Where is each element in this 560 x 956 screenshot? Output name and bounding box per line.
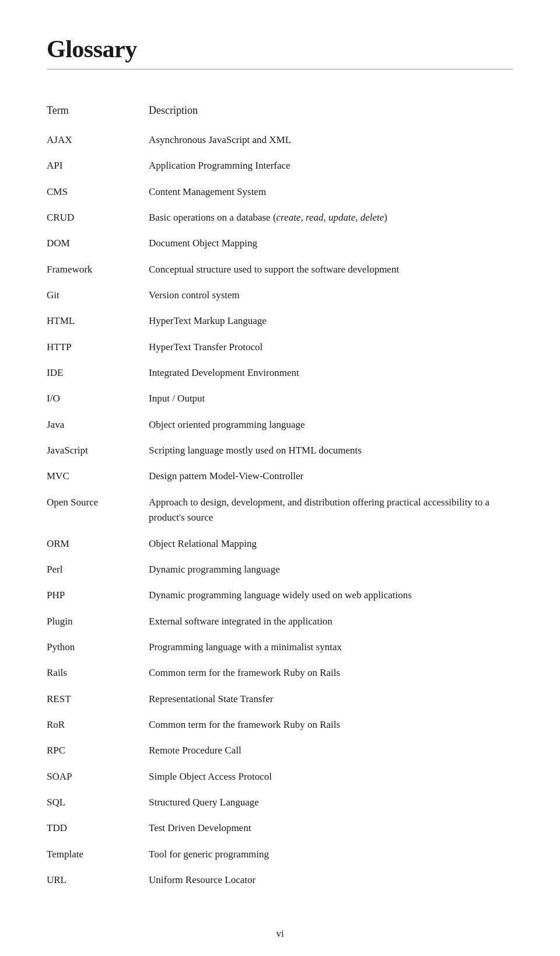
- table-row: PluginExternal software integrated in th…: [47, 609, 513, 634]
- glossary-table: Term Description AJAXAsynchronous JavaSc…: [47, 99, 513, 893]
- table-row: ORMObject Relational Mapping: [47, 531, 513, 557]
- table-row: MVCDesign pattern Model-View-Controller: [47, 463, 513, 489]
- term-cell: I/O: [47, 386, 149, 411]
- description-cell: Object oriented programming language: [149, 412, 513, 438]
- page-title: Glossary: [47, 35, 513, 63]
- column-header-term: Term: [47, 99, 149, 127]
- term-cell: TDD: [47, 815, 149, 841]
- term-cell: HTML: [47, 308, 149, 334]
- table-row: TemplateTool for generic programming: [47, 842, 513, 867]
- description-cell: Basic operations on a database (create, …: [149, 205, 513, 231]
- table-row: IDEIntegrated Development Environment: [47, 360, 513, 386]
- term-cell: JavaScript: [47, 438, 149, 463]
- description-cell: Test Driven Development: [149, 815, 513, 841]
- description-cell: Document Object Mapping: [149, 231, 513, 256]
- description-cell: HyperText Transfer Protocol: [149, 334, 513, 360]
- term-cell: ORM: [47, 531, 149, 557]
- description-cell: Common term for the framework Ruby on Ra…: [149, 660, 513, 686]
- description-cell: Asynchronous JavaScript and XML: [149, 127, 513, 153]
- description-cell: Uniform Resource Locator: [149, 867, 513, 893]
- table-row: JavaScriptScripting language mostly used…: [47, 438, 513, 463]
- table-row: Open SourceApproach to design, developme…: [47, 490, 513, 531]
- term-cell: REST: [47, 686, 149, 712]
- term-cell: Open Source: [47, 490, 149, 531]
- table-row: PerlDynamic programming language: [47, 557, 513, 582]
- table-row: AJAXAsynchronous JavaScript and XML: [47, 127, 513, 153]
- table-row: RailsCommon term for the framework Ruby …: [47, 660, 513, 686]
- term-cell: Framework: [47, 257, 149, 282]
- term-cell: Python: [47, 634, 149, 660]
- table-row: SQLStructured Query Language: [47, 790, 513, 815]
- description-cell: External software integrated in the appl…: [149, 609, 513, 634]
- description-cell: Conceptual structure used to support the…: [149, 257, 513, 282]
- description-cell: Representational State Transfer: [149, 686, 513, 712]
- description-cell: Simple Object Access Protocol: [149, 764, 513, 790]
- term-cell: Rails: [47, 660, 149, 686]
- term-cell: PHP: [47, 582, 149, 608]
- description-cell: Application Programming Interface: [149, 153, 513, 179]
- term-cell: URL: [47, 867, 149, 893]
- table-row: I/OInput / Output: [47, 386, 513, 411]
- column-header-description: Description: [149, 99, 513, 127]
- table-row: PHPDynamic programming language widely u…: [47, 582, 513, 608]
- description-cell: Input / Output: [149, 386, 513, 411]
- term-cell: Template: [47, 842, 149, 867]
- table-row: GitVersion control system: [47, 282, 513, 308]
- term-cell: IDE: [47, 360, 149, 386]
- description-cell: Integrated Development Environment: [149, 360, 513, 386]
- table-row: RoRCommon term for the framework Ruby on…: [47, 712, 513, 738]
- table-row: JavaObject oriented programming language: [47, 412, 513, 438]
- table-row: SOAPSimple Object Access Protocol: [47, 764, 513, 790]
- description-cell: Approach to design, development, and dis…: [149, 490, 513, 531]
- term-cell: Plugin: [47, 609, 149, 634]
- table-row: TDDTest Driven Development: [47, 815, 513, 841]
- description-cell: Programming language with a minimalist s…: [149, 634, 513, 660]
- description-cell: Structured Query Language: [149, 790, 513, 815]
- description-cell: HyperText Markup Language: [149, 308, 513, 334]
- term-cell: Git: [47, 282, 149, 308]
- page-footer: vi: [47, 928, 513, 940]
- term-cell: SQL: [47, 790, 149, 815]
- term-cell: RoR: [47, 712, 149, 738]
- term-cell: SOAP: [47, 764, 149, 790]
- term-cell: MVC: [47, 463, 149, 489]
- title-divider: [47, 69, 513, 69]
- description-cell: Scripting language mostly used on HTML d…: [149, 438, 513, 463]
- table-row: CRUDBasic operations on a database (crea…: [47, 205, 513, 231]
- description-cell: Version control system: [149, 282, 513, 308]
- description-cell: Dynamic programming language: [149, 557, 513, 582]
- term-cell: AJAX: [47, 127, 149, 153]
- table-row: RESTRepresentational State Transfer: [47, 686, 513, 712]
- table-row: FrameworkConceptual structure used to su…: [47, 257, 513, 282]
- description-cell: Tool for generic programming: [149, 842, 513, 867]
- description-cell: Design pattern Model-View-Controller: [149, 463, 513, 489]
- term-cell: CMS: [47, 179, 149, 205]
- description-cell: Dynamic programming language widely used…: [149, 582, 513, 608]
- table-row: DOMDocument Object Mapping: [47, 231, 513, 256]
- term-cell: Java: [47, 412, 149, 438]
- description-cell: Content Management System: [149, 179, 513, 205]
- term-cell: API: [47, 153, 149, 179]
- table-row: URLUniform Resource Locator: [47, 867, 513, 893]
- term-cell: DOM: [47, 231, 149, 256]
- table-row: CMSContent Management System: [47, 179, 513, 205]
- term-cell: Perl: [47, 557, 149, 582]
- table-row: HTMLHyperText Markup Language: [47, 308, 513, 334]
- term-cell: CRUD: [47, 205, 149, 231]
- description-cell: Object Relational Mapping: [149, 531, 513, 557]
- term-cell: RPC: [47, 738, 149, 763]
- description-cell: Remote Procedure Call: [149, 738, 513, 763]
- table-row: APIApplication Programming Interface: [47, 153, 513, 179]
- term-cell: HTTP: [47, 334, 149, 360]
- table-row: HTTPHyperText Transfer Protocol: [47, 334, 513, 360]
- table-row: PythonProgramming language with a minima…: [47, 634, 513, 660]
- description-cell: Common term for the framework Ruby on Ra…: [149, 712, 513, 738]
- table-row: RPCRemote Procedure Call: [47, 738, 513, 763]
